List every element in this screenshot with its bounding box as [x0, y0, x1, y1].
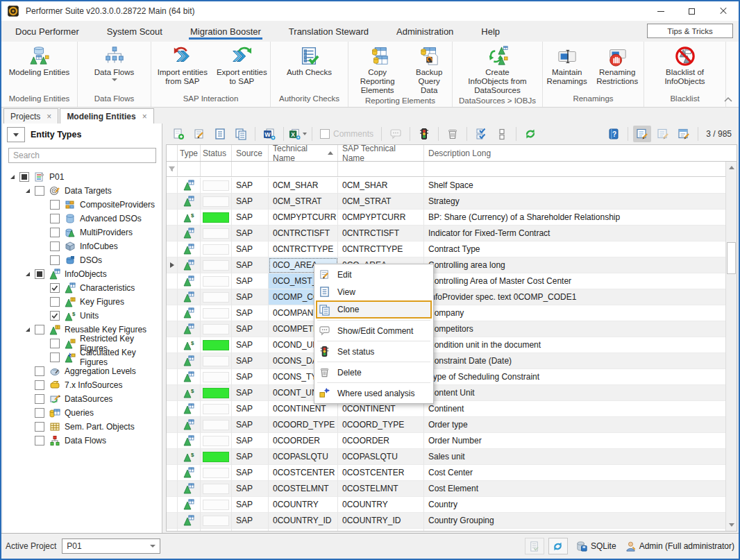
menu-docu-performer[interactable]: Docu Performer	[14, 21, 81, 42]
ribbon-button-maintain-renamings[interactable]: Maintain Renamings	[543, 44, 591, 87]
ribbon-button-import-entities-from-sap[interactable]: Import entities from SAP	[151, 44, 214, 87]
set-status-button[interactable]	[415, 126, 433, 142]
context-menu-item-show-edit-comment[interactable]: Show/Edit Comment	[316, 322, 432, 339]
word-export-button[interactable]: W	[260, 126, 278, 142]
column-header-description-long[interactable]: Description Long	[424, 145, 725, 161]
tree-item-dsos[interactable]: DSOs	[3, 253, 162, 267]
tab-modeling-entities[interactable]: Modeling Entities×	[60, 108, 153, 124]
comments-checkbox[interactable]: Comments	[320, 129, 373, 139]
tree-item-key-figures[interactable]: Key Figures	[3, 295, 162, 309]
column-header-sap-technical-name[interactable]: SAP Technical Name	[338, 145, 424, 161]
tree-item-sem-part-objects[interactable]: Sem. Part. Objects	[3, 420, 162, 434]
table-row-0cntrctisft[interactable]: SAP0CNTRCTISFT0CNTRCTISFTIndicator for F…	[167, 226, 725, 241]
table-row-0costcenter[interactable]: SAP0COSTCENTER0COSTCENTERCost Center	[167, 465, 725, 481]
context-menu-item-clone[interactable]: Clone	[316, 300, 432, 319]
column-header-status[interactable]: Status	[201, 145, 232, 161]
entity-types-dropdown-button[interactable]	[7, 127, 25, 142]
delete-button[interactable]	[444, 126, 462, 142]
tree-item-p01[interactable]: P01	[3, 170, 162, 184]
expander-icon[interactable]	[24, 187, 32, 195]
show-comment-button[interactable]	[387, 126, 405, 142]
help-button[interactable]: ?	[605, 126, 623, 142]
where-used-button[interactable]	[472, 126, 490, 142]
context-menu-item-where-used-analysis[interactable]: Where used analysis	[316, 384, 432, 402]
ribbon-button-renaming-restrictions[interactable]: Renaming Restrictions	[591, 44, 644, 87]
tree-item-7-x-infosources[interactable]: 7.x InfoSources	[3, 378, 162, 392]
checkbox-restricted-key-figures[interactable]	[50, 339, 60, 348]
minimize-button[interactable]	[645, 1, 676, 21]
checkbox-datasources[interactable]	[35, 394, 44, 404]
checkbox-sem-part-objects[interactable]	[35, 422, 44, 432]
column-header-technical-name[interactable]: Technical Name	[269, 145, 338, 161]
maximize-button[interactable]	[676, 1, 707, 21]
table-row-0cons-ty[interactable]: SAP0CONS_TYType of Scheduling Constraint	[167, 369, 725, 385]
table-row-0co-area[interactable]: SAP0CO_AREA0CO_AREAControlling area long	[167, 257, 725, 273]
checkbox-calculated-key-figures[interactable]	[50, 353, 60, 362]
column-header-type[interactable]: Type	[178, 145, 201, 161]
table-row-0competit[interactable]: SAP0COMPETITCompetitors	[167, 321, 725, 337]
checkbox-compositeproviders[interactable]	[50, 200, 60, 210]
view-entity-button[interactable]	[211, 126, 229, 142]
column-header-source[interactable]: Source	[232, 145, 269, 161]
sync-button[interactable]	[548, 538, 568, 554]
checkbox-reusable-key-figures[interactable]	[35, 325, 44, 334]
table-row-0cont-unit[interactable]: $SAP0CONT_UNIT0CONT_UNITContent Unit	[167, 385, 725, 401]
properties-button[interactable]	[493, 126, 511, 142]
table-row-0copaslqtu[interactable]: $SAP0COPASLQTU0COPASLQTUSales unit	[167, 449, 725, 465]
menu-migration-booster[interactable]: Migration Booster	[189, 21, 262, 42]
checkbox-aggregation-levels[interactable]	[35, 366, 44, 376]
filter-cell-type[interactable]	[178, 162, 201, 176]
scroll-up-button[interactable]	[726, 162, 737, 173]
filter-cell-technical-name[interactable]	[269, 162, 338, 176]
table-row-0coorder[interactable]: SAP0COORDER0COORDEROrder Number	[167, 433, 725, 449]
tree-item-characteristics[interactable]: Characteristics	[3, 281, 162, 295]
table-row-0cm-shar[interactable]: SAP0CM_SHAR0CM_SHARShelf Space	[167, 178, 725, 194]
table-row-0cond-un[interactable]: $SAP0COND_UNCondition unit in the docume…	[167, 337, 725, 353]
tab-close-icon[interactable]: ×	[142, 112, 147, 121]
view-mode-edit-button[interactable]	[633, 126, 651, 142]
table-row-0continent[interactable]: SAP0CONTINENT0CONTINENTContinent	[167, 401, 725, 417]
tab-projects[interactable]: Projects×	[3, 108, 58, 124]
vertical-scrollbar[interactable]	[725, 162, 737, 531]
log-button[interactable]	[525, 538, 544, 554]
context-menu-item-set-status[interactable]: Set status	[316, 343, 432, 360]
checkbox-units[interactable]	[50, 311, 60, 321]
ribbon-button-modeling-entities[interactable]: Modeling Entities	[6, 44, 73, 78]
ribbon-button-copy-reporting-elements[interactable]: Copy Reporting Elements	[348, 44, 406, 96]
checkbox-infocubes[interactable]	[50, 241, 60, 251]
checkbox-data-targets[interactable]	[35, 186, 44, 196]
expander-icon[interactable]	[24, 270, 32, 278]
edit-entity-button[interactable]	[190, 126, 208, 142]
table-row-0coord-type[interactable]: SAP0COORD_TYPE0COORD_TYPEOrder type	[167, 417, 725, 433]
tree-item-multiproviders[interactable]: MultiProviders	[3, 226, 162, 239]
tree-item-queries[interactable]: Queries	[3, 406, 162, 420]
context-menu-item-delete[interactable]: Delete	[316, 364, 432, 381]
tree-item-infocubes[interactable]: InfoCubes	[3, 239, 162, 253]
menu-help[interactable]: Help	[480, 21, 501, 42]
clone-entity-button[interactable]	[232, 126, 250, 142]
scrollbar-thumb[interactable]	[727, 242, 736, 274]
table-row-0country[interactable]: SAP0COUNTRY0COUNTRYCountry	[167, 497, 725, 513]
checkbox-p01[interactable]	[19, 172, 29, 182]
context-menu-item-edit[interactable]: Edit	[316, 266, 432, 283]
view-mode-comment-button[interactable]	[654, 126, 672, 142]
table-row-0cm-strat[interactable]: SAP0CM_STRAT0CM_STRATStrategy	[167, 194, 725, 210]
ribbon-button-data-flows[interactable]: Data Flows	[92, 44, 137, 83]
expander-icon[interactable]	[8, 173, 17, 181]
table-row-0cons-da[interactable]: SAP0CONS_DAConstraint Date (Date)	[167, 353, 725, 369]
table-row-0comp-co[interactable]: SAP0COMP_COInfoProvider spec. text 0COMP…	[167, 289, 725, 305]
filter-cell-source[interactable]	[232, 162, 269, 176]
expander-icon[interactable]	[24, 325, 32, 334]
table-row-0country-id[interactable]: SAP0COUNTRY_ID0COUNTRY_IDCountry Groupin…	[167, 513, 725, 529]
checkbox-multiproviders[interactable]	[50, 228, 60, 237]
tree-item-data-targets[interactable]: Data Targets	[3, 184, 162, 198]
ribbon-button-backup-query-data[interactable]: Backup Query Data	[406, 44, 452, 96]
checkbox-infoobjects[interactable]	[35, 269, 44, 279]
checkbox-advanced-dsos[interactable]	[50, 214, 60, 223]
table-row-0co-mst[interactable]: SAP0CO_MST_Controlling Area of Master Co…	[167, 273, 725, 289]
excel-export-button[interactable]: X	[289, 126, 307, 142]
menu-system-scout[interactable]: System Scout	[106, 21, 164, 42]
table-row-0cmpyptcurr[interactable]: $SAP0CMPYPTCURR0CMPYPTCURRBP: Share (Cur…	[167, 210, 725, 226]
table-row-0costelmnt[interactable]: SAP0COSTELMNT0COSTELMNTCost Element	[167, 481, 725, 497]
ribbon-button-blacklist-of-infoobjects[interactable]: Blacklist of InfoObjects	[652, 44, 718, 87]
